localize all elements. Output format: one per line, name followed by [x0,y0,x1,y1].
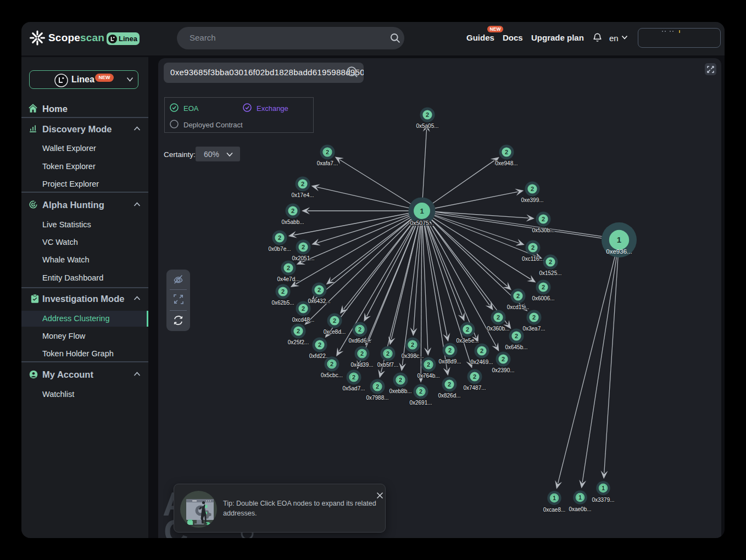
svg-text:0x17e4...: 0x17e4... [291,192,314,198]
svg-text:0xce8d...: 0xce8d... [324,329,346,335]
svg-text:0xfd22...: 0xfd22... [309,353,330,359]
svg-text:0x62b5...: 0x62b5... [271,300,294,306]
svg-text:1: 1 [578,494,582,501]
svg-text:2: 2 [358,326,361,333]
svg-text:0xcd48...: 0xcd48... [292,317,315,323]
svg-text:0x3e5e...: 0x3e5e... [456,338,478,344]
svg-text:0xcd15...: 0xcd15... [507,304,530,310]
svg-text:0x2390...: 0x2390... [492,367,514,373]
svg-text:0xe936...: 0xe936... [606,248,632,255]
svg-text:0x4d39...: 0x4d39... [350,362,373,368]
svg-text:0x5075...: 0x5075... [410,220,433,226]
svg-text:0xae0b...: 0xae0b... [569,506,591,512]
svg-text:2: 2 [473,373,476,380]
svg-text:2: 2 [419,388,422,395]
svg-text:2: 2 [301,181,304,187]
svg-text:0x6006...: 0x6006... [532,295,554,301]
svg-text:0x2691...: 0x2691... [409,400,432,406]
svg-text:0xc116...: 0xc116... [522,256,544,262]
svg-text:2: 2 [448,381,451,388]
svg-text:0x826d...: 0x826d... [438,393,460,399]
svg-text:0x5cbc...: 0x5cbc... [321,372,343,378]
svg-text:2: 2 [531,186,534,192]
svg-text:0x7487...: 0x7487... [463,385,486,391]
svg-text:2: 2 [497,314,500,321]
svg-text:2: 2 [411,341,414,348]
svg-text:0x530b...: 0x530b... [532,227,554,233]
svg-text:2: 2 [302,305,305,312]
svg-text:0x5a05...: 0x5a05... [416,123,438,129]
svg-text:0xcae8...: 0xcae8... [543,507,566,513]
svg-text:2: 2 [427,361,430,368]
svg-text:2: 2 [302,244,305,250]
svg-text:2: 2 [326,149,329,155]
svg-text:0x25f2...: 0x25f2... [288,339,309,345]
svg-text:0xd6d6...: 0xd6d6... [348,338,371,344]
svg-text:2: 2 [333,317,336,324]
svg-text:2: 2 [399,377,402,383]
svg-text:0x2051...: 0x2051... [292,255,314,261]
svg-text:2: 2 [480,348,483,354]
svg-text:2: 2 [318,287,321,293]
svg-text:0x2469...: 0x2469... [470,359,493,365]
svg-text:2: 2 [386,350,389,357]
svg-text:2: 2 [515,333,518,339]
svg-text:0xd8d9...: 0xd8d9... [438,359,461,365]
svg-text:0x3379...: 0x3379... [592,497,614,503]
svg-text:0x398c...: 0x398c... [402,353,424,359]
svg-text:0x5ad7...: 0x5ad7... [342,385,365,391]
svg-text:1: 1 [420,207,424,215]
svg-text:2: 2 [291,208,294,214]
svg-text:0x645b...: 0x645b... [505,344,527,350]
svg-text:2: 2 [466,326,469,333]
svg-text:2: 2 [318,341,321,348]
svg-text:2: 2 [352,374,355,380]
svg-text:2: 2 [281,288,285,295]
svg-text:1: 1 [602,485,605,491]
svg-text:2: 2 [502,356,505,362]
svg-text:0xe948...: 0xe948... [495,160,517,166]
svg-text:2: 2 [549,259,552,265]
svg-text:0xb5f7...: 0xb5f7... [377,362,398,368]
svg-text:0xafa7...: 0xafa7... [317,160,338,166]
svg-text:0x360b...: 0x360b... [487,326,509,332]
svg-text:2: 2 [542,284,545,290]
svg-text:2: 2 [505,149,508,155]
svg-text:2: 2 [531,244,535,251]
svg-text:0xe399...: 0xe399... [521,197,543,203]
svg-text:0x764b...: 0x764b... [417,373,439,379]
svg-text:2: 2 [516,293,520,299]
svg-text:0x4e7d...: 0x4e7d... [277,276,299,282]
svg-text:0x3ea7...: 0x3ea7... [522,326,545,332]
svg-text:1: 1 [617,235,621,244]
svg-text:2: 2 [287,265,290,271]
svg-text:0x5abb...: 0x5abb... [281,219,304,225]
svg-text:2: 2 [297,328,300,334]
svg-text:2: 2 [542,216,545,222]
svg-text:2: 2 [426,111,429,118]
svg-text:2: 2 [448,347,452,354]
svg-text:2: 2 [376,383,379,390]
svg-text:0x7988...: 0x7988... [366,395,388,401]
svg-text:0x0b7e...: 0x0b7e... [268,246,291,252]
svg-text:2: 2 [330,361,333,367]
svg-text:2: 2 [532,314,536,321]
svg-text:2: 2 [278,234,281,241]
svg-text:0xeb8b...: 0xeb8b... [389,388,411,394]
svg-text:0x6432...: 0x6432... [308,298,330,304]
svg-text:2: 2 [360,350,364,357]
svg-text:1: 1 [553,495,556,501]
svg-text:0x1525...: 0x1525... [539,270,561,276]
